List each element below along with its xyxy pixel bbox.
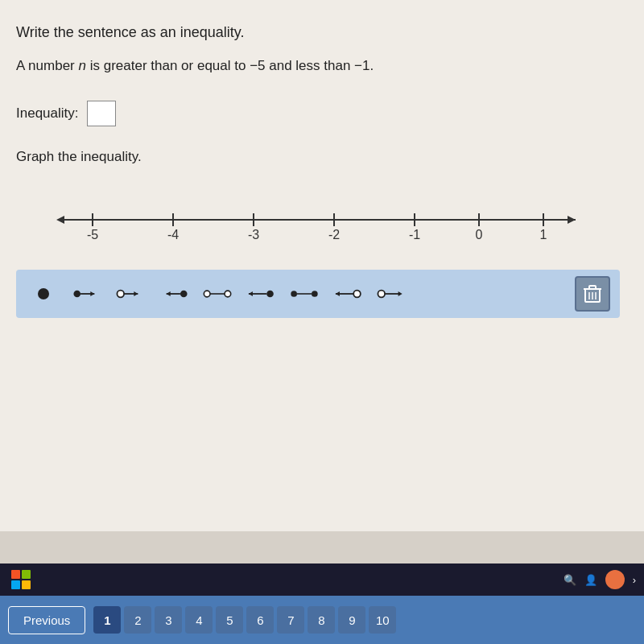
- taskbar: 🔍 👤 ›: [0, 564, 644, 596]
- taskbar-chevron[interactable]: ›: [633, 574, 636, 586]
- page-button-3[interactable]: 3: [155, 606, 182, 634]
- graph-label: Graph the inequality.: [16, 149, 620, 165]
- svg-marker-37: [336, 291, 340, 296]
- symbol-open-dot-range-open-dot[interactable]: [203, 286, 232, 302]
- page-button-1[interactable]: 1: [93, 606, 121, 634]
- svg-text:-3: -3: [248, 228, 259, 242]
- page-button-5[interactable]: 5: [216, 606, 243, 634]
- symbol-filled-dot[interactable]: [29, 286, 58, 302]
- svg-marker-20: [90, 291, 94, 296]
- svg-point-39: [378, 290, 385, 297]
- svg-point-29: [225, 291, 231, 297]
- svg-rect-44: [589, 286, 596, 289]
- trash-button[interactable]: [575, 276, 610, 312]
- windows-icon[interactable]: [11, 570, 31, 589]
- svg-point-21: [117, 290, 124, 297]
- taskbar-circle: [605, 570, 625, 589]
- inequality-input[interactable]: [87, 101, 116, 126]
- svg-point-27: [204, 291, 210, 297]
- symbol-dot-arrow-right[interactable]: [72, 286, 101, 302]
- symbol-dot-arrow-left[interactable]: [159, 286, 188, 302]
- page-button-7[interactable]: 7: [277, 606, 304, 634]
- taskbar-user[interactable]: 👤: [584, 574, 597, 586]
- trash-icon: [583, 283, 602, 304]
- symbol-arrow-left-open-dot[interactable]: [333, 286, 362, 302]
- svg-text:-4: -4: [167, 228, 179, 242]
- svg-point-32: [266, 290, 274, 297]
- svg-text:0: 0: [476, 228, 483, 242]
- pagination-bar: Previous 1 2 3 4 5 6 7 8 9 10: [0, 596, 644, 644]
- svg-point-35: [312, 291, 318, 297]
- inequality-label: Inequality:: [16, 105, 79, 122]
- number-line-svg: -5 -4 -3 -2 -1 0 1: [24, 197, 612, 246]
- previous-button[interactable]: Previous: [8, 606, 85, 634]
- svg-marker-26: [167, 291, 171, 296]
- question-sentence: A number n is greater than or equal to −…: [16, 56, 620, 76]
- taskbar-right: 🔍 👤 ›: [564, 570, 636, 589]
- symbol-arrow-left-filled-dot[interactable]: [246, 286, 275, 302]
- svg-text:-1: -1: [409, 228, 420, 242]
- svg-point-33: [291, 291, 297, 297]
- svg-point-18: [73, 290, 80, 297]
- svg-marker-41: [398, 291, 402, 296]
- svg-marker-1: [568, 216, 576, 224]
- svg-text:1: 1: [540, 228, 547, 242]
- number-line-container: -5 -4 -3 -2 -1 0 1: [16, 197, 620, 246]
- svg-marker-23: [134, 291, 138, 296]
- main-content: Write the sentence as an inequality. A n…: [0, 0, 644, 531]
- symbol-open-dot-arrow-right[interactable]: [116, 286, 145, 302]
- inequality-row: Inequality:: [16, 101, 620, 126]
- taskbar-search[interactable]: 🔍: [564, 574, 576, 586]
- symbol-filled-dot-arrow-right2[interactable]: [290, 286, 319, 302]
- svg-text:-2: -2: [328, 228, 340, 242]
- page-button-9[interactable]: 9: [338, 606, 365, 634]
- svg-text:-5: -5: [87, 228, 98, 242]
- svg-marker-31: [249, 291, 253, 296]
- page-button-8[interactable]: 8: [308, 606, 335, 634]
- page-button-6[interactable]: 6: [246, 606, 274, 634]
- page-button-4[interactable]: 4: [185, 606, 213, 634]
- question-title: Write the sentence as an inequality.: [16, 24, 620, 41]
- svg-point-38: [353, 290, 361, 297]
- symbol-row: [16, 270, 620, 318]
- svg-point-17: [38, 288, 49, 299]
- svg-point-24: [180, 290, 188, 297]
- svg-marker-2: [56, 216, 64, 224]
- page-button-10[interactable]: 10: [369, 606, 396, 634]
- symbol-open-dot-arrow-right2[interactable]: [377, 286, 406, 302]
- page-button-2[interactable]: 2: [124, 606, 151, 634]
